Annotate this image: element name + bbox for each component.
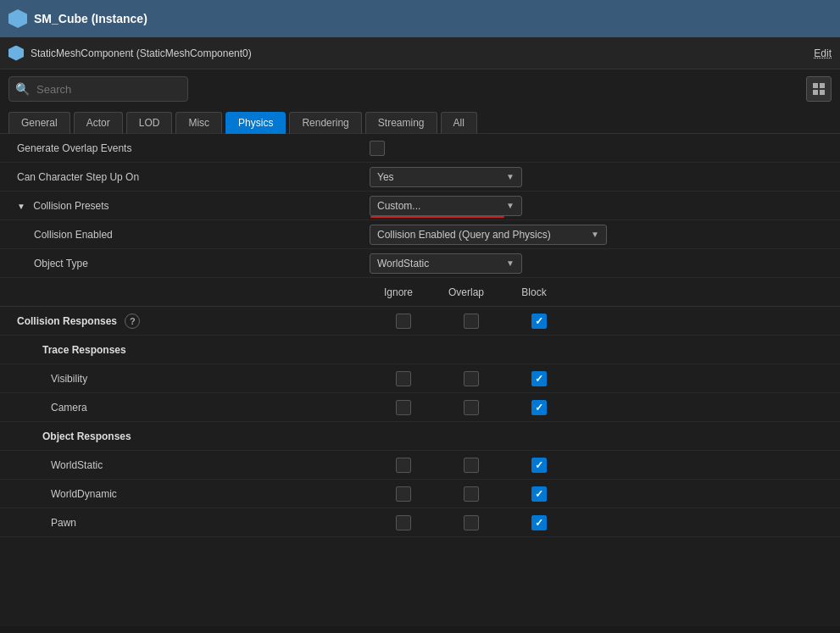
col-headers: Ignore Overlap Block <box>364 286 840 298</box>
collision-responses-ignore-checkbox[interactable] <box>396 314 411 329</box>
collision-responses-label: Collision Responses ? <box>0 308 364 334</box>
col-header-block: Block <box>500 286 568 298</box>
tab-general[interactable]: General <box>8 112 70 134</box>
camera-overlap-checkbox[interactable] <box>464 400 479 415</box>
grid-icon <box>812 82 826 96</box>
object-responses-value <box>364 433 840 440</box>
camera-ignore-checkbox[interactable] <box>396 400 411 415</box>
tab-physics[interactable]: Physics <box>225 112 286 134</box>
collision-responses-text: Collision Responses <box>17 315 117 327</box>
trace-responses-value <box>364 347 840 353</box>
camera-block-checkbox[interactable] <box>531 400 547 415</box>
property-camera: Camera <box>0 393 840 422</box>
collision-presets-text: Collision Presets <box>33 200 108 212</box>
property-object-type: Object Type WorldStatic ▼ <box>0 249 840 278</box>
camera-ignore-cell <box>370 400 437 415</box>
visibility-ignore-cell <box>370 371 437 386</box>
worldstatic-value <box>364 454 840 476</box>
tab-lod[interactable]: LOD <box>126 112 173 134</box>
collision-responses-checkboxes <box>370 314 573 329</box>
col-header-ignore: Ignore <box>364 286 432 298</box>
property-visibility: Visibility <box>0 364 840 393</box>
help-icon[interactable]: ? <box>125 314 140 329</box>
collision-responses-block-cell <box>505 314 573 329</box>
visibility-block-checkbox[interactable] <box>531 371 547 386</box>
component-icon <box>8 46 24 61</box>
subtitle-left: StaticMeshComponent (StaticMeshComponent… <box>8 46 252 61</box>
properties-panel: Generate Overlap Events Can Character St… <box>0 134 840 626</box>
visibility-ignore-checkbox[interactable] <box>396 371 411 386</box>
tab-streaming[interactable]: Streaming <box>365 112 437 134</box>
can-character-label: Can Character Step Up On <box>0 166 364 188</box>
object-responses-label: Object Responses <box>0 425 364 447</box>
pawn-overlap-cell <box>437 515 505 530</box>
edit-button[interactable]: Edit <box>814 47 832 59</box>
worlddynamic-label: WorldDynamic <box>0 483 364 505</box>
tab-rendering[interactable]: Rendering <box>289 112 361 134</box>
worldstatic-block-cell <box>505 458 573 473</box>
visibility-overlap-cell <box>437 371 505 386</box>
pawn-overlap-checkbox[interactable] <box>464 515 479 530</box>
tab-misc[interactable]: Misc <box>175 112 222 134</box>
svg-rect-3 <box>820 90 825 95</box>
worldstatic-block-checkbox[interactable] <box>531 458 547 473</box>
collision-presets-dropdown[interactable]: Custom... ▼ <box>370 196 522 216</box>
collapse-arrow: ▼ <box>17 202 25 211</box>
pawn-ignore-checkbox[interactable] <box>396 515 411 530</box>
pawn-ignore-cell <box>370 515 437 530</box>
property-pawn: Pawn <box>0 508 840 537</box>
worlddynamic-block-checkbox[interactable] <box>531 486 547 502</box>
collision-enabled-value: Collision Enabled (Query and Physics) ▼ <box>364 221 840 248</box>
worlddynamic-block-cell <box>505 486 573 502</box>
pawn-block-cell <box>505 515 573 530</box>
object-type-dropdown[interactable]: WorldStatic ▼ <box>370 253 522 274</box>
pawn-label: Pawn <box>0 512 364 534</box>
object-type-arrow: ▼ <box>506 258 515 268</box>
window-title: SM_Cube (Instance) <box>34 12 147 25</box>
collision-responses-block-checkbox[interactable] <box>531 314 547 329</box>
collision-responses-value <box>364 310 840 332</box>
worlddynamic-overlap-checkbox[interactable] <box>464 486 479 502</box>
collision-presets-dropdown-value: Custom... <box>377 200 420 212</box>
pawn-block-checkbox[interactable] <box>531 515 547 530</box>
pawn-value <box>364 512 840 534</box>
property-collision-responses: Collision Responses ? <box>0 307 840 336</box>
worldstatic-overlap-cell <box>437 458 505 473</box>
worlddynamic-ignore-checkbox[interactable] <box>396 486 411 502</box>
collision-responses-overlap-checkbox[interactable] <box>464 314 479 329</box>
svg-rect-1 <box>820 83 825 88</box>
worldstatic-overlap-checkbox[interactable] <box>464 458 479 473</box>
app-icon <box>8 9 27 28</box>
collision-enabled-arrow: ▼ <box>591 230 599 239</box>
can-character-value: Yes ▼ <box>364 164 840 191</box>
can-character-dropdown-value: Yes <box>377 171 394 183</box>
visibility-checkboxes <box>370 371 573 386</box>
tab-actor[interactable]: Actor <box>74 112 123 134</box>
worldstatic-checkboxes <box>370 458 573 473</box>
search-input[interactable] <box>8 76 188 102</box>
search-bar: 🔍 <box>0 69 840 108</box>
object-type-value: WorldStatic ▼ <box>364 250 840 277</box>
grid-view-button[interactable] <box>806 76 832 102</box>
can-character-dropdown[interactable]: Yes ▼ <box>370 167 522 187</box>
property-generate-overlap-events: Generate Overlap Events <box>0 134 840 163</box>
worldstatic-ignore-checkbox[interactable] <box>396 458 411 473</box>
visibility-overlap-checkbox[interactable] <box>464 371 479 386</box>
collision-presets-value: Custom... ▼ <box>364 192 840 219</box>
property-object-responses-header: Object Responses <box>0 422 840 451</box>
tab-all[interactable]: All <box>441 112 477 134</box>
object-type-dropdown-value: WorldStatic <box>377 258 429 269</box>
worlddynamic-value <box>364 483 840 505</box>
svg-rect-2 <box>813 90 818 95</box>
collision-enabled-dropdown[interactable]: Collision Enabled (Query and Physics) ▼ <box>370 225 607 245</box>
worlddynamic-ignore-cell <box>370 486 437 502</box>
property-can-character-step-up: Can Character Step Up On Yes ▼ <box>0 163 840 192</box>
can-character-dropdown-arrow: ▼ <box>506 172 515 181</box>
camera-label: Camera <box>0 397 364 419</box>
worlddynamic-checkboxes <box>370 486 573 502</box>
collision-enabled-label: Collision Enabled <box>0 224 364 246</box>
tabs-bar: General Actor LOD Misc Physics Rendering… <box>0 108 840 134</box>
camera-block-cell <box>505 400 573 415</box>
collision-presets-arrow: ▼ <box>506 201 515 210</box>
generate-overlap-checkbox[interactable] <box>370 141 385 156</box>
